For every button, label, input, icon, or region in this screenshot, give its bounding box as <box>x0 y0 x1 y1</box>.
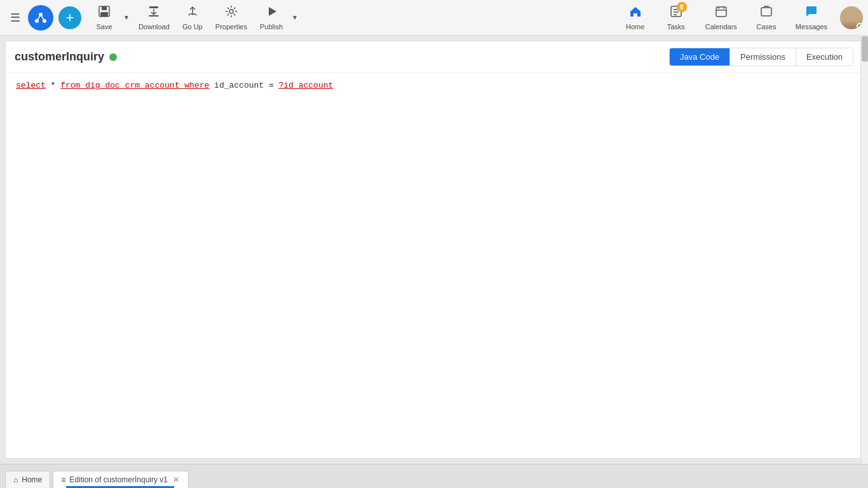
logo-button[interactable] <box>28 5 53 30</box>
editor-tab-group: Java Code Permissions Execution <box>669 48 853 66</box>
sql-column: id_account <box>209 81 269 90</box>
svg-line-4 <box>41 15 44 21</box>
go-up-icon <box>186 4 200 22</box>
svg-rect-20 <box>761 8 771 16</box>
svg-point-10 <box>229 10 233 13</box>
bottom-tab-home-icon: ⌂ <box>13 475 18 484</box>
bottom-tabs: ⌂ Home ≡ Edition of customerInquiry v1 ✕ <box>0 464 868 488</box>
home-nav-button[interactable]: Home <box>619 2 652 33</box>
tasks-badge: 8 <box>677 2 687 12</box>
download-icon <box>147 4 161 22</box>
bottom-tab-close-button[interactable]: ✕ <box>172 475 180 484</box>
sql-wildcard: * <box>46 81 60 90</box>
svg-line-3 <box>37 15 41 21</box>
code-editor[interactable]: select * from dig_doc_crm_account where … <box>6 73 862 458</box>
download-button[interactable]: Download <box>133 2 175 33</box>
cases-nav-label: Cases <box>756 23 776 30</box>
home-nav-label: Home <box>626 23 644 30</box>
calendars-nav-button[interactable]: Calendars <box>700 2 742 33</box>
editor-title: customerInquiry <box>15 50 104 64</box>
bottom-tab-edition[interactable]: ≡ Edition of customerInquiry v1 ✕ <box>53 471 189 488</box>
publish-dropdown-arrow[interactable]: ▼ <box>290 11 299 24</box>
sql-where: where <box>184 81 209 90</box>
publish-button[interactable]: Publish <box>255 2 288 33</box>
publish-icon <box>264 4 278 22</box>
add-button[interactable]: + <box>58 6 81 29</box>
go-up-label: Go Up <box>182 23 203 30</box>
sql-param: ?id_account <box>279 81 334 90</box>
editor-header: customerInquiry Java Code Permissions Ex… <box>6 41 862 73</box>
go-up-button[interactable]: Go Up <box>177 2 208 33</box>
toolbar-right: Home 8 Tasks <box>619 2 863 33</box>
tasks-icon-wrapper: 8 <box>669 4 683 22</box>
home-icon <box>628 4 642 22</box>
cases-icon <box>759 4 773 22</box>
bottom-tab-home-label: Home <box>22 475 42 484</box>
editor-status-dot <box>109 53 117 61</box>
scrollbar-track[interactable] <box>860 36 868 464</box>
toolbar: ☰ + Save ▼ <box>0 0 868 36</box>
cases-nav-button[interactable]: Cases <box>750 2 783 33</box>
svg-rect-6 <box>102 6 107 10</box>
online-status-dot <box>857 23 863 29</box>
save-button[interactable]: Save <box>89 2 119 33</box>
editor-panel: customerInquiry Java Code Permissions Ex… <box>5 41 863 459</box>
bottom-tab-home[interactable]: ⌂ Home <box>5 471 50 488</box>
properties-icon <box>224 4 238 22</box>
publish-label: Publish <box>260 23 283 30</box>
content-area: customerInquiry Java Code Permissions Ex… <box>0 36 868 464</box>
save-icon <box>97 4 111 22</box>
messages-nav-label: Messages <box>796 23 827 30</box>
properties-label: Properties <box>215 23 247 30</box>
tab-permissions[interactable]: Permissions <box>730 48 796 65</box>
toolbar-left: ☰ + Save ▼ <box>5 2 619 33</box>
scrollbar-thumb[interactable] <box>862 36 868 62</box>
hamburger-button[interactable]: ☰ <box>5 6 25 30</box>
editor-title-area: customerInquiry <box>15 50 117 64</box>
svg-marker-11 <box>269 7 276 16</box>
download-label: Download <box>139 23 170 30</box>
tab-execution[interactable]: Execution <box>796 48 853 65</box>
svg-rect-7 <box>100 12 108 17</box>
svg-rect-9 <box>149 15 159 17</box>
save-label: Save <box>96 23 112 30</box>
tasks-nav-button[interactable]: 8 Tasks <box>660 2 693 33</box>
calendars-nav-label: Calendars <box>705 23 737 30</box>
tab-java-code[interactable]: Java Code <box>670 48 730 65</box>
sql-table: dig_doc_crm_account <box>80 81 184 90</box>
properties-button[interactable]: Properties <box>210 2 252 33</box>
sql-select: select <box>16 81 46 90</box>
sql-from: from <box>60 81 80 90</box>
save-dropdown-arrow[interactable]: ▼ <box>122 11 131 24</box>
sql-operator: = <box>269 81 279 90</box>
bottom-tab-edition-icon: ≡ <box>61 475 65 484</box>
calendars-icon <box>714 4 728 22</box>
bottom-tab-edition-label: Edition of customerInquiry v1 <box>69 475 168 484</box>
svg-rect-8 <box>149 6 158 8</box>
avatar[interactable] <box>840 6 863 29</box>
tasks-nav-label: Tasks <box>667 23 685 30</box>
messages-nav-button[interactable]: Messages <box>790 2 832 33</box>
messages-icon <box>804 4 818 22</box>
svg-rect-16 <box>716 7 726 17</box>
